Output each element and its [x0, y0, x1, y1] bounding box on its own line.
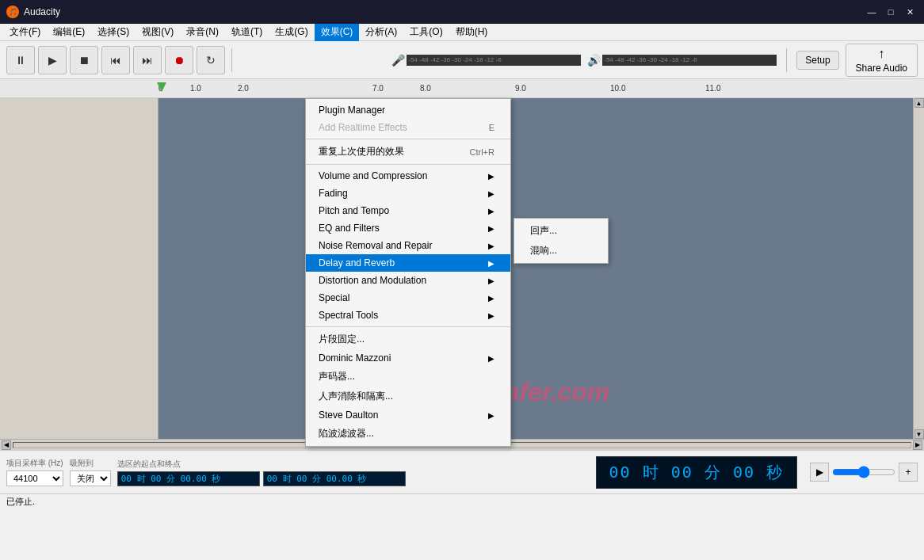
menu-help[interactable]: 帮助(H) — [449, 24, 494, 41]
bottom-playback-controls: ▶ + — [810, 463, 918, 482]
window-controls: — □ ✕ — [864, 4, 918, 20]
eq-arrow: ▶ — [488, 224, 494, 233]
status-text: 已停止. — [6, 496, 35, 508]
plugin-manager-label: Plugin Manager — [319, 105, 385, 116]
ruler-mark-8: 8.0 — [420, 84, 431, 93]
menu-notch[interactable]: 陷波滤波器... — [306, 424, 510, 444]
volume-arrow: ▶ — [488, 172, 494, 181]
menu-fading[interactable]: Fading ▶ — [306, 185, 510, 202]
notch-label: 陷波滤波器... — [319, 427, 374, 440]
pitch-label: Pitch and Tempo — [319, 205, 389, 216]
right-toolbar: 🎤 -54 -48 -42 -36 -30 -24 -18 -12 -6 🔊 -… — [391, 44, 918, 77]
menu-pitch[interactable]: Pitch and Tempo ▶ — [306, 202, 510, 219]
menu-delay[interactable]: Delay and Reverb ▶ — [306, 254, 510, 272]
scroll-right-button[interactable]: ▶ — [913, 440, 922, 450]
special-arrow: ▶ — [488, 294, 494, 303]
delay-arrow: ▶ — [488, 259, 494, 268]
fading-arrow: ▶ — [488, 189, 494, 198]
eq-label: EQ and Filters — [319, 223, 380, 234]
selection-times — [117, 471, 583, 486]
menu-dominic[interactable]: Dominic Mazzoni ▶ — [306, 349, 510, 367]
vu-input-ticks: -54 -48 -42 -36 -30 -24 -18 -12 -6 — [408, 56, 501, 63]
record-button[interactable]: ⏺ — [165, 46, 193, 74]
menu-spectral[interactable]: Spectral Tools ▶ — [306, 307, 510, 324]
pause-button[interactable]: ⏸ — [6, 46, 35, 74]
toolbar: ⏸ ▶ ⏹ ⏮ ⏭ ⏺ ↻ 🎤 -54 -48 -42 -36 -30 -24 … — [0, 41, 924, 79]
ruler-mark-1: 1.0 — [190, 84, 201, 93]
scroll-track — [915, 108, 923, 429]
menu-noise[interactable]: Noise Removal and Repair ▶ — [306, 237, 510, 254]
share-icon: ↑ — [878, 47, 884, 61]
delay-submenu: 回声... 混响... — [514, 218, 609, 264]
maximize-button[interactable]: □ — [883, 4, 899, 20]
menu-vocal-remove[interactable]: 人声消除和隔离... — [306, 387, 510, 406]
menu-edit[interactable]: 编辑(E) — [47, 24, 91, 41]
scroll-down-button[interactable]: ▼ — [914, 429, 924, 439]
menu-eq[interactable]: EQ and Filters ▶ — [306, 219, 510, 237]
bc-fast-button[interactable]: + — [899, 463, 918, 482]
ruler-ticks: 0 1.0 2.0 7.0 8.0 9.0 10.0 11.0 — [158, 79, 924, 97]
submenu-reverb[interactable]: 混响... — [514, 241, 608, 261]
menu-select[interactable]: 选择(S) — [91, 24, 136, 41]
fading-label: Fading — [319, 188, 348, 199]
bc-play-button[interactable]: ▶ — [810, 463, 829, 482]
prev-button[interactable]: ⏮ — [101, 46, 130, 74]
distortion-arrow: ▶ — [488, 276, 494, 285]
next-button[interactable]: ⏭ — [133, 46, 162, 74]
title-left: 🎵 Audacity — [6, 6, 60, 18]
menu-sep-2 — [306, 164, 510, 165]
submenu-echo[interactable]: 回声... — [514, 221, 608, 241]
absorb-select[interactable]: 关闭 — [70, 470, 111, 486]
menu-view[interactable]: 视图(V) — [136, 24, 180, 41]
menu-file[interactable]: 文件(F) — [3, 24, 47, 41]
ruler-mark-10: 10.0 — [610, 84, 625, 93]
playback-speed-slider[interactable] — [832, 466, 895, 478]
sample-rate-select[interactable]: 44100 — [6, 470, 63, 486]
selection-label: 选区的起点和终点 — [117, 459, 583, 470]
sample-rate-group: 项目采样率 (Hz) 44100 — [6, 458, 63, 486]
menu-record[interactable]: 录音(N) — [180, 24, 225, 41]
app-icon: 🎵 — [6, 6, 19, 18]
speaker-icon: 🔊 — [587, 54, 601, 67]
menu-analyze[interactable]: 分析(A) — [359, 24, 403, 41]
menu-distortion[interactable]: Distortion and Modulation ▶ — [306, 272, 510, 289]
menu-generate[interactable]: 生成(G) — [269, 24, 314, 41]
menu-tools[interactable]: 工具(O) — [403, 24, 449, 41]
menu-steve[interactable]: Steve Daulton ▶ — [306, 406, 510, 424]
time-end-input[interactable] — [263, 471, 406, 486]
menu-track[interactable]: 轨道(T) — [225, 24, 269, 41]
special-label: Special — [319, 292, 349, 303]
menu-special[interactable]: Special ▶ — [306, 289, 510, 307]
ruler-mark-11: 11.0 — [705, 84, 720, 93]
sample-rate-label: 项目采样率 (Hz) — [6, 458, 63, 469]
add-realtime-label: Add Realtime Effects — [319, 122, 407, 133]
share-audio-label: Share Audio — [856, 63, 907, 74]
stop-button[interactable]: ⏹ — [70, 46, 98, 74]
waveform-area: pcsafer.com — [158, 98, 913, 439]
menu-add-realtime[interactable]: Add Realtime Effects E — [306, 119, 510, 136]
minimize-button[interactable]: — — [864, 4, 880, 20]
add-realtime-shortcut: E — [489, 123, 494, 132]
loop-button[interactable]: ↻ — [197, 46, 225, 74]
close-button[interactable]: ✕ — [902, 4, 918, 20]
toolbar-separator — [231, 48, 232, 72]
time-display: 00 时 00 分 00 秒 — [596, 456, 797, 489]
scroll-left-button[interactable]: ◀ — [2, 440, 11, 450]
scroll-up-button[interactable]: ▲ — [914, 98, 924, 108]
setup-button[interactable]: Setup — [796, 51, 838, 70]
track-panel — [0, 98, 158, 439]
menu-repeat[interactable]: 重复上次使用的效果 Ctrl+R — [306, 142, 510, 162]
play-button[interactable]: ▶ — [38, 46, 67, 74]
app-title: Audacity — [24, 6, 60, 17]
menu-vocoder[interactable]: 声码器... — [306, 367, 510, 387]
menu-fragment[interactable]: 片段固定... — [306, 330, 510, 349]
menu-effect[interactable]: 效果(C) — [315, 24, 360, 41]
menu-plugin-manager[interactable]: Plugin Manager — [306, 101, 510, 119]
spectral-arrow: ▶ — [488, 311, 494, 320]
time-start-input[interactable] — [117, 471, 260, 486]
spectral-label: Spectral Tools — [319, 310, 378, 321]
share-audio-button[interactable]: ↑ Share Audio — [846, 44, 918, 77]
effects-menu: Plugin Manager Add Realtime Effects E 重复… — [305, 98, 511, 447]
menu-volume[interactable]: Volume and Compression ▶ — [306, 167, 510, 185]
vertical-scrollbar[interactable]: ▲ ▼ — [913, 98, 924, 439]
